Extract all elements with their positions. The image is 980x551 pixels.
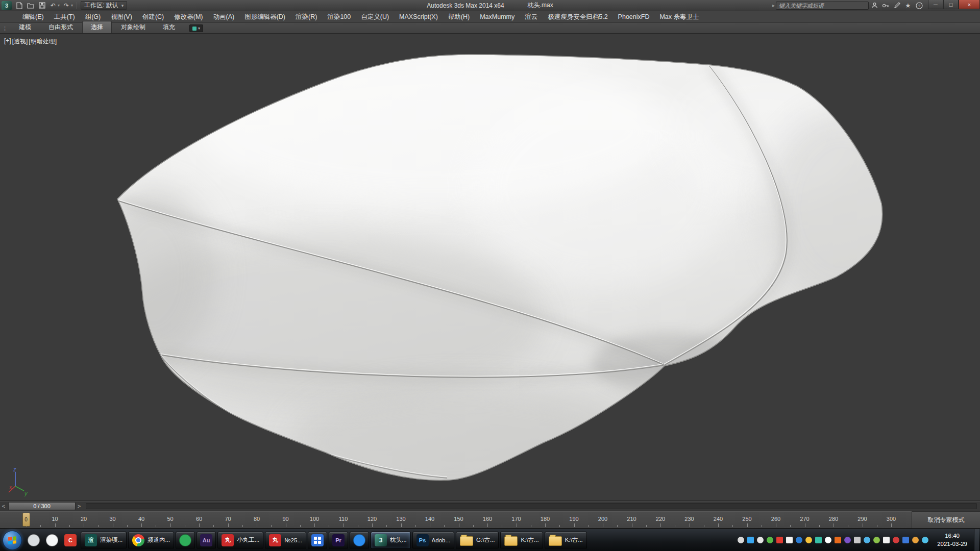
taskbar-button[interactable] (350, 532, 369, 549)
menu-item[interactable]: 渲染(R) (290, 11, 322, 23)
ribbon-tab-自由形式[interactable]: 自由形式 (40, 21, 81, 33)
new-file-icon[interactable] (15, 2, 24, 10)
tray-icon[interactable] (738, 537, 744, 543)
maximize-button[interactable]: □ (943, 0, 959, 9)
tray-icon[interactable] (893, 537, 899, 543)
menu-item[interactable]: Max 杀毒卫士 (654, 11, 704, 23)
menu-item[interactable]: 图形编辑器(D) (239, 11, 290, 23)
menu-item[interactable]: 自定义(U) (356, 11, 394, 23)
next-frame-arrow[interactable]: > (76, 503, 83, 509)
ruler-minor-tick (502, 525, 502, 527)
menu-item[interactable]: 极速瘦身安全归档5.2 (543, 11, 612, 23)
menu-item[interactable]: PhoenixFD (613, 12, 655, 22)
ruler-minor-tick (271, 525, 272, 527)
taskbar-button-小丸工...[interactable]: 丸小丸工... (217, 532, 263, 549)
tray-icon[interactable] (747, 537, 754, 543)
menu-item[interactable]: MaxMummy (475, 12, 520, 22)
pinned-app-1[interactable] (25, 532, 42, 549)
minimize-button[interactable]: ─ (928, 0, 943, 9)
ruler-tick-label: 50 (167, 516, 173, 522)
ruler-minor-tick (98, 525, 99, 527)
track-bar-ruler[interactable]: 1020304050607080901001101201301401501601… (0, 511, 912, 529)
open-file-icon[interactable] (26, 2, 35, 10)
tray-icon[interactable] (902, 537, 909, 543)
tray-icon[interactable] (815, 537, 822, 543)
tray-icon[interactable] (776, 537, 783, 543)
taskbar-button-№25...[interactable]: 丸№25... (265, 532, 306, 549)
pinned-app-c[interactable]: C (62, 532, 79, 549)
pillow-model[interactable] (0, 34, 980, 501)
search-expand-icon[interactable]: ▸ (772, 3, 775, 8)
menu-item[interactable]: 动画(A) (208, 11, 239, 23)
key-icon[interactable] (880, 2, 891, 10)
undo-dropdown-icon[interactable]: ▾ (58, 3, 60, 8)
app-circle-icon (46, 534, 58, 546)
pencil-icon[interactable] (892, 2, 902, 10)
ribbon-tab-建模[interactable]: 建模 (11, 21, 39, 33)
ribbon-tab-选择[interactable]: 选择 (82, 21, 112, 33)
tray-icon[interactable] (767, 537, 773, 543)
app-circle-icon (179, 534, 191, 546)
taskbar-button-K:\古...[interactable]: K:\古... (500, 532, 543, 549)
tray-icon[interactable] (883, 537, 890, 543)
viewport-shading-menu[interactable]: [明暗处理] (29, 37, 57, 46)
prev-frame-arrow[interactable]: < (0, 503, 7, 509)
viewport-pov-menu[interactable]: [透视] (12, 37, 28, 46)
time-slider-handle[interactable]: 0 / 300 (8, 502, 76, 510)
app-title: Autodesk 3ds Max 2014 x64 (427, 2, 504, 9)
taskbar-button-Adob...[interactable]: PsAdob... (412, 532, 454, 549)
taskbar-button-G:\古...[interactable]: G:\古... (456, 532, 499, 549)
menu-item[interactable]: 帮助(H) (443, 11, 475, 23)
menu-item[interactable]: 渲云 (520, 11, 543, 23)
taskbar-button-渲染顷...[interactable]: 渲渲染顷... (81, 532, 127, 549)
ruler-tick-label: 290 (857, 516, 867, 522)
search-input[interactable] (776, 2, 869, 10)
start-button[interactable] (3, 531, 22, 550)
ribbon-grip-icon[interactable]: ⁞ (4, 26, 6, 32)
star-icon[interactable]: ★ (903, 2, 913, 10)
tray-icon[interactable] (912, 537, 919, 543)
save-file-icon[interactable] (37, 2, 46, 10)
taskbar-button-枕头...[interactable]: 3枕头... (371, 532, 411, 549)
tray-icon[interactable] (864, 537, 870, 543)
ribbon-tab-填充[interactable]: 填充 (155, 21, 183, 33)
ruler-minor-tick (531, 525, 531, 527)
perspective-viewport[interactable]: [+][透视][明暗处理] (0, 34, 980, 501)
taskbar-button[interactable]: Pr (329, 532, 348, 549)
taskbar-button[interactable]: Au (197, 532, 216, 549)
tray-icon[interactable] (805, 537, 812, 543)
taskbar-button-频道内...[interactable]: 频道内... (128, 532, 174, 549)
redo-icon[interactable]: ↷ (62, 2, 71, 10)
tray-icon[interactable] (825, 537, 831, 543)
app-logo-icon[interactable]: 3 (2, 1, 12, 10)
current-frame-marker[interactable]: 0 (22, 513, 30, 527)
workspace-selector[interactable]: 工作区: 默认 ▾ (81, 1, 127, 10)
menu-item[interactable]: MAXScript(X) (394, 12, 443, 22)
tray-icon[interactable] (835, 537, 841, 543)
tray-icon[interactable] (786, 537, 793, 543)
close-button[interactable]: × (959, 0, 980, 9)
viewport-general-menu[interactable]: [+] (4, 37, 11, 46)
pinned-chat-app[interactable] (43, 532, 61, 549)
undo-icon[interactable]: ↶ (48, 2, 58, 10)
ribbon-overflow-button[interactable]: ▾ (189, 24, 203, 32)
tray-icon[interactable] (854, 537, 861, 543)
ribbon-tab-对象绘制[interactable]: 对象绘制 (113, 21, 154, 33)
help-icon[interactable]: ? (914, 2, 924, 10)
cancel-expert-mode-button[interactable]: 取消专家模式 (912, 511, 980, 529)
tray-icon[interactable] (796, 537, 802, 543)
taskbar-button[interactable] (308, 532, 327, 549)
time-slider-track[interactable] (86, 503, 977, 509)
taskbar-button-K:\古...[interactable]: K:\古... (545, 532, 587, 549)
taskbar-button[interactable] (176, 532, 195, 549)
tray-icon[interactable] (757, 537, 764, 543)
redo-dropdown-icon[interactable]: ▾ (71, 3, 73, 8)
show-desktop-button[interactable] (974, 529, 979, 551)
frame-counter: 0 / 300 (33, 503, 51, 509)
menu-item[interactable]: 渲染100 (322, 11, 356, 23)
tray-icon[interactable] (922, 537, 928, 543)
community-icon[interactable] (869, 2, 879, 10)
taskbar-clock[interactable]: 16:40 2021-03-29 (933, 532, 971, 548)
tray-icon[interactable] (844, 537, 851, 543)
tray-icon[interactable] (873, 537, 880, 543)
